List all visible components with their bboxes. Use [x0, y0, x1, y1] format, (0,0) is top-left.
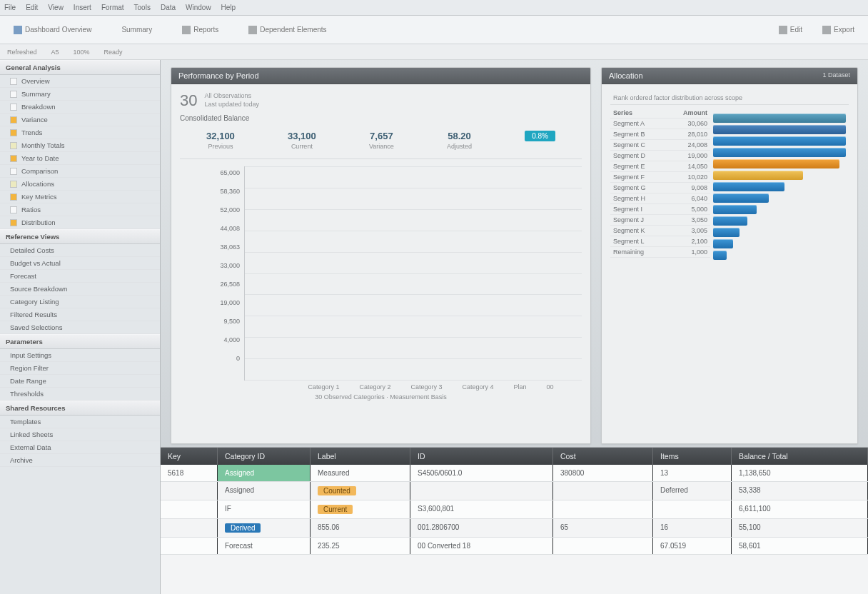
- y-tick: 26,508: [180, 281, 240, 288]
- swatch-icon: [10, 206, 17, 213]
- table-cell: 55,100: [732, 519, 868, 537]
- sidebar-item-label: Overview: [21, 77, 50, 85]
- sidebar-group-4[interactable]: Shared Resources: [0, 401, 160, 416]
- sidebar-item[interactable]: Overview: [0, 75, 160, 88]
- sidebar-item[interactable]: Category Listing: [0, 296, 160, 308]
- toolbar-edit-label: Edit: [790, 26, 802, 34]
- menu-tools[interactable]: Tools: [134, 4, 151, 11]
- sub-toolbar: Refreshed A5 100% Ready: [0, 44, 868, 60]
- sidebar-item[interactable]: Archive: [0, 454, 160, 467]
- list-row: Segment B28,010: [610, 129, 710, 140]
- x-tick: Category 1: [308, 383, 339, 391]
- hbar: [713, 125, 846, 134]
- menu-edit[interactable]: Edit: [26, 4, 38, 11]
- sidebar-item[interactable]: Source Breakdown: [0, 283, 160, 296]
- y-tick: 58,360: [180, 188, 240, 195]
- kpi-label: Current: [288, 143, 316, 150]
- sidebar-item[interactable]: Distribution: [0, 216, 160, 229]
- menu-format[interactable]: Format: [101, 4, 124, 11]
- sidebar-item[interactable]: Thresholds: [0, 388, 160, 401]
- y-tick: 9,500: [180, 318, 240, 325]
- sidebar-item[interactable]: Monthly Totals: [0, 139, 160, 152]
- allocation-list: SeriesAmountSegment A30,060Segment B28,0…: [610, 108, 710, 443]
- menu-view[interactable]: View: [48, 4, 64, 11]
- sidebar-item[interactable]: Key Metrics: [0, 191, 160, 203]
- tab-dashboard[interactable]: Dashboard Overview: [7, 23, 98, 37]
- menu-help[interactable]: Help: [221, 4, 236, 11]
- y-tick: 33,000: [180, 262, 240, 269]
- table-row[interactable]: Derived855.06001.2806700651655,100: [161, 519, 868, 538]
- sidebar-item[interactable]: Filtered Results: [0, 308, 160, 321]
- list-row: Segment L2,100: [610, 236, 710, 247]
- sidebar-item[interactable]: Breakdown: [0, 101, 160, 114]
- toolbar-edit[interactable]: Edit: [772, 23, 809, 37]
- grid-body[interactable]: 5618AssignedMeasuredS4506/0601.038080013…: [161, 465, 868, 594]
- menu-data[interactable]: Data: [161, 4, 176, 11]
- tab-reports[interactable]: Reports: [176, 23, 225, 37]
- kpi-badge[interactable]: 0.8%: [525, 131, 555, 150]
- panel-performance-body: 30 All Observations Last updated today C…: [171, 84, 590, 443]
- swatch-icon: [10, 219, 17, 226]
- sidebar-item-label: Breakdown: [21, 103, 56, 111]
- y-tick: 52,000: [180, 206, 240, 213]
- table-row[interactable]: AssignedCountedDeferred53,338: [161, 482, 868, 500]
- tab-dependent[interactable]: Dependent Elements: [242, 23, 333, 37]
- table-row[interactable]: IFCurrentS3,600,8016,611,100: [161, 500, 868, 519]
- sidebar-item-label: Allocations: [21, 180, 54, 188]
- kpi: 32,100Previous: [206, 131, 235, 150]
- sidebar-item[interactable]: Linked Sheets: [0, 428, 160, 441]
- y-axis: 65,00058,36052,00044,00838,06333,00026,5…: [180, 166, 244, 381]
- list-row: Segment F10,020: [610, 172, 710, 183]
- col-cost[interactable]: Cost: [553, 448, 653, 465]
- menu-file[interactable]: File: [4, 4, 16, 11]
- sidebar-group-1[interactable]: General Analysis: [0, 60, 160, 75]
- allocation-bars: [710, 108, 849, 443]
- sidebar-item[interactable]: Detailed Costs: [0, 244, 160, 257]
- col-id[interactable]: ID: [410, 448, 553, 465]
- sidebar-group-2[interactable]: Reference Views: [0, 229, 160, 244]
- status-ready: Ready: [104, 49, 123, 56]
- sidebar-item[interactable]: Region Filter: [0, 362, 160, 375]
- sidebar-item-label: Summary: [21, 90, 51, 98]
- sidebar-item[interactable]: Comparison: [0, 165, 160, 178]
- col-balance[interactable]: Balance / Total: [732, 448, 868, 465]
- sidebar-item[interactable]: Date Range: [0, 375, 160, 388]
- subheading: Consolidated Balance: [180, 114, 582, 122]
- sidebar-item[interactable]: Saved Selections: [0, 321, 160, 334]
- menu-window[interactable]: Window: [186, 4, 211, 11]
- sidebar-item[interactable]: External Data: [0, 441, 160, 454]
- table-row[interactable]: 5618AssignedMeasuredS4506/0601.038080013…: [161, 465, 868, 482]
- col-items[interactable]: Items: [653, 448, 732, 465]
- table-row[interactable]: Forecast235.2500 Converted 1867.051958,6…: [161, 538, 868, 555]
- kpi: 33,100Current: [288, 131, 316, 150]
- sidebar-item[interactable]: Input Settings: [0, 349, 160, 362]
- table-cell: 65: [553, 519, 653, 537]
- panel-allocation-title: Allocation 1 Dataset: [602, 68, 857, 84]
- table-cell: 5618: [161, 465, 218, 481]
- y-tick: 44,008: [180, 225, 240, 232]
- sidebar-item[interactable]: Allocations: [0, 178, 160, 191]
- sidebar-item[interactable]: Templates: [0, 416, 160, 428]
- hbar: [713, 205, 757, 214]
- sidebar-group-3[interactable]: Parameters: [0, 334, 160, 349]
- sidebar[interactable]: General Analysis Overview Summary Breakd…: [0, 60, 161, 594]
- col-cat[interactable]: Category ID: [218, 448, 311, 465]
- table-cell: 380800: [553, 465, 653, 481]
- sidebar-item[interactable]: Summary: [0, 88, 160, 101]
- allocation-subtitle: Rank ordered factor distribution across …: [610, 91, 849, 105]
- col-key[interactable]: Key: [161, 448, 218, 465]
- sidebar-item[interactable]: Variance: [0, 114, 160, 126]
- hbar: [713, 114, 846, 123]
- hbar: [713, 148, 846, 157]
- toolbar-export[interactable]: Export: [816, 23, 861, 37]
- tab-summary[interactable]: Summary: [115, 23, 158, 36]
- col-label[interactable]: Label: [311, 448, 410, 465]
- sidebar-item[interactable]: Trends: [0, 126, 160, 139]
- sidebar-item[interactable]: Forecast: [0, 270, 160, 283]
- table-cell: 1,138,650: [732, 465, 868, 481]
- sidebar-item[interactable]: Ratios: [0, 203, 160, 216]
- menu-insert[interactable]: Insert: [74, 4, 91, 11]
- sidebar-item[interactable]: Year to Date: [0, 152, 160, 165]
- zoom-level[interactable]: 100%: [74, 49, 90, 56]
- sidebar-item[interactable]: Budget vs Actual: [0, 257, 160, 270]
